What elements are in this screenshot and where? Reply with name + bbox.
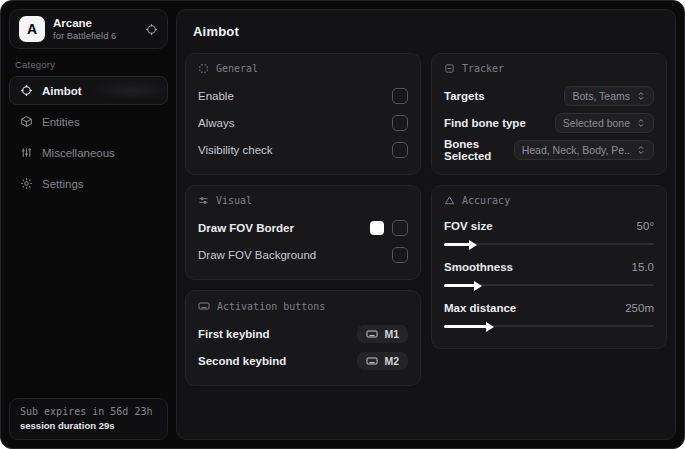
sidebar-item-label: Settings — [42, 178, 84, 190]
activation-title-text: Activation buttons — [217, 301, 325, 312]
crosshair-icon — [20, 84, 33, 97]
setting-row-enable: Enable — [198, 82, 408, 109]
bones-selected-dropdown[interactable]: Head, Neck, Body, Pe.. — [514, 140, 654, 160]
visual-card-title: Visual — [198, 195, 408, 206]
setting-label: Second keybind — [198, 355, 286, 367]
setting-row-draw-fov-border: Draw FOV Border — [198, 214, 408, 241]
setting-label: Always — [198, 117, 234, 129]
visual-card: Visual Draw FOV Border Draw FOV Backgrou… — [185, 185, 421, 280]
brand-logo: A — [19, 16, 45, 42]
general-card: General Enable Always Visibility check — [185, 53, 421, 175]
tracker-title-text: Tracker — [462, 63, 504, 74]
setting-row-second-keybind: Second keybind M2 — [198, 347, 408, 374]
brand-name: Arcane — [53, 16, 137, 30]
first-keybind-button[interactable]: M1 — [357, 325, 408, 343]
triangle-icon — [444, 195, 455, 206]
setting-label: FOV size — [444, 220, 493, 232]
fov-size-slider[interactable] — [444, 239, 654, 249]
slider-thumb[interactable] — [469, 240, 477, 250]
fov-border-controls — [370, 220, 408, 236]
brand-card: A Arcane for Battlefield 6 — [9, 9, 168, 49]
setting-label: Max distance — [444, 302, 516, 314]
targets-dropdown[interactable]: Bots, Teams — [564, 86, 654, 106]
max-distance-slider[interactable] — [444, 321, 654, 331]
slider-fill — [444, 325, 488, 328]
smoothness-value: 15.0 — [632, 261, 654, 273]
dropdown-value: Head, Neck, Body, Pe.. — [522, 144, 630, 156]
find-bone-type-dropdown[interactable]: Selected bone — [555, 113, 654, 133]
tracker-card: Tracker Targets Bots, Teams Find bone ty… — [431, 53, 667, 175]
max-distance-value: 250m — [625, 302, 654, 314]
tracker-card-title: Tracker — [444, 63, 654, 74]
keybind-value: M1 — [384, 328, 399, 340]
chevrons-up-down-icon — [636, 91, 646, 101]
sidebar-item-settings[interactable]: Settings — [9, 169, 168, 198]
main-panel: Aimbot General Enable Al — [176, 9, 676, 440]
setting-label: Draw FOV Border — [198, 222, 294, 234]
draw-fov-border-checkbox[interactable] — [392, 220, 408, 236]
setting-label: Enable — [198, 90, 234, 102]
scan-box-icon — [444, 63, 455, 74]
keybind-value: M2 — [384, 355, 399, 367]
accuracy-card-title: Accuracy — [444, 195, 654, 206]
sidebar-nav: Aimbot Entities Miscellaneous Settings — [1, 76, 176, 198]
setting-row-find-bone-type: Find bone type Selected bone — [444, 109, 654, 136]
content-columns: General Enable Always Visibility check — [185, 53, 667, 386]
equalizer-icon — [20, 146, 33, 159]
sliders-icon — [198, 195, 209, 206]
setting-row-fov-size: FOV size 50° — [444, 214, 654, 249]
activation-card-title: Activation buttons — [198, 300, 408, 312]
setting-row-visibility-check: Visibility check — [198, 136, 408, 163]
second-keybind-button[interactable]: M2 — [357, 352, 408, 370]
chevrons-up-down-icon — [636, 145, 646, 155]
activation-buttons-card: Activation buttons First keybind M1 Seco… — [185, 290, 421, 386]
setting-row-smoothness: Smoothness 15.0 — [444, 255, 654, 290]
sidebar: A Arcane for Battlefield 6 Category Aimb… — [1, 1, 176, 448]
fov-border-color-swatch[interactable] — [370, 221, 384, 235]
dropdown-value: Selected bone — [563, 117, 630, 129]
chevrons-up-down-icon — [636, 118, 646, 128]
sidebar-item-label: Aimbot — [42, 85, 82, 97]
accuracy-title-text: Accuracy — [462, 195, 510, 206]
setting-label: Draw FOV Background — [198, 249, 316, 261]
session-duration-text: session duration 29s — [20, 420, 157, 431]
target-icon[interactable] — [145, 23, 158, 36]
slider-thumb[interactable] — [486, 322, 494, 332]
setting-row-bones-selected: Bones Selected Head, Neck, Body, Pe.. — [444, 136, 654, 163]
slider-fill — [444, 284, 476, 287]
sub-expiry-text: Sub expires in 56d 23h — [20, 406, 157, 417]
accuracy-card: Accuracy FOV size 50° — [431, 185, 667, 349]
slider-thumb[interactable] — [474, 281, 482, 291]
app-window: A Arcane for Battlefield 6 Category Aimb… — [0, 0, 685, 449]
enable-checkbox[interactable] — [392, 88, 408, 104]
sidebar-item-miscellaneous[interactable]: Miscellaneous — [9, 138, 168, 167]
smoothness-slider[interactable] — [444, 280, 654, 290]
right-column: Tracker Targets Bots, Teams Find bone ty… — [431, 53, 667, 386]
setting-row-targets: Targets Bots, Teams — [444, 82, 654, 109]
sidebar-item-aimbot[interactable]: Aimbot — [9, 76, 168, 105]
sidebar-item-entities[interactable]: Entities — [9, 107, 168, 136]
setting-label: Targets — [444, 90, 485, 102]
sidebar-item-label: Entities — [42, 116, 80, 128]
visibility-check-checkbox[interactable] — [392, 142, 408, 158]
gear-icon — [20, 177, 33, 190]
setting-label: Visibility check — [198, 144, 273, 156]
slider-fill — [444, 243, 471, 246]
always-checkbox[interactable] — [392, 115, 408, 131]
general-card-title: General — [198, 63, 408, 74]
draw-fov-background-checkbox[interactable] — [392, 247, 408, 263]
setting-row-max-distance: Max distance 250m — [444, 296, 654, 331]
dropdown-value: Bots, Teams — [572, 90, 630, 102]
setting-row-always: Always — [198, 109, 408, 136]
setting-label: Bones Selected — [444, 138, 506, 162]
setting-label: First keybind — [198, 328, 270, 340]
keyboard-icon — [198, 300, 210, 312]
subscription-info-card: Sub expires in 56d 23h session duration … — [9, 398, 168, 440]
keyboard-icon — [366, 355, 378, 367]
setting-label: Smoothness — [444, 261, 513, 273]
visual-title-text: Visual — [216, 195, 252, 206]
brand-text: Arcane for Battlefield 6 — [53, 16, 137, 42]
category-label: Category — [15, 59, 162, 70]
left-column: General Enable Always Visibility check — [185, 53, 421, 386]
setting-row-draw-fov-background: Draw FOV Background — [198, 241, 408, 268]
